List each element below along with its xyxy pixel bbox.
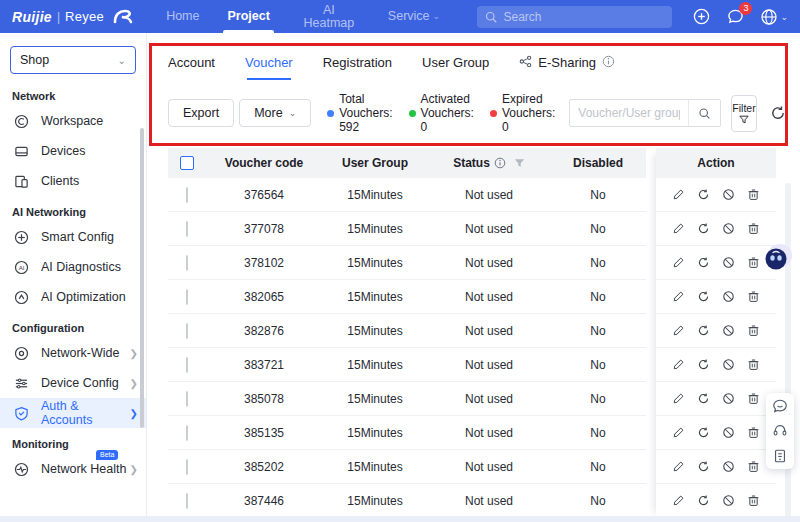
ai-assistant-mascot[interactable]: [760, 240, 796, 274]
nav-service[interactable]: Service ⌄: [374, 0, 454, 33]
ban-icon[interactable]: [722, 358, 736, 372]
row-checkbox[interactable]: [186, 221, 188, 237]
edit-icon[interactable]: [672, 494, 686, 508]
ban-icon[interactable]: [722, 188, 736, 202]
ban-icon[interactable]: [722, 324, 736, 338]
ban-icon[interactable]: [722, 426, 736, 440]
global-search[interactable]: [477, 6, 672, 28]
info-icon[interactable]: [494, 157, 506, 169]
delete-icon[interactable]: [747, 494, 761, 508]
table-row[interactable]: 382065 15Minutes Not used No: [168, 280, 646, 314]
ban-icon[interactable]: [722, 290, 736, 304]
table-row[interactable]: 387446 15Minutes Not used No: [168, 484, 646, 518]
row-checkbox[interactable]: [186, 391, 188, 407]
tab-registration[interactable]: Registration: [323, 55, 392, 80]
delete-icon[interactable]: [747, 392, 761, 406]
table-row[interactable]: 385202 15Minutes Not used No: [168, 450, 646, 484]
ban-icon[interactable]: [722, 460, 736, 474]
row-checkbox[interactable]: [186, 357, 188, 373]
messages-icon[interactable]: 3: [726, 8, 744, 26]
delete-icon[interactable]: [747, 426, 761, 440]
table-row[interactable]: 382876 15Minutes Not used No: [168, 314, 646, 348]
row-checkbox[interactable]: [186, 459, 188, 475]
edit-icon[interactable]: [672, 324, 686, 338]
sidebar-item-ai-optimization[interactable]: AI Optimization: [0, 282, 146, 312]
nav-project[interactable]: Project: [213, 0, 283, 33]
sidebar-item-clients[interactable]: Clients: [0, 166, 146, 196]
table-row[interactable]: 385135 15Minutes Not used No: [168, 416, 646, 450]
edit-icon[interactable]: [672, 256, 686, 270]
row-checkbox[interactable]: [186, 255, 188, 271]
status-filter-funnel-icon[interactable]: [514, 158, 525, 168]
plus-circle-icon[interactable]: [692, 8, 710, 26]
nav-home[interactable]: Home: [152, 0, 213, 33]
renew-icon[interactable]: [697, 324, 711, 338]
table-row[interactable]: 383721 15Minutes Not used No: [168, 348, 646, 382]
tab-user-group[interactable]: User Group: [422, 55, 489, 80]
row-checkbox[interactable]: [186, 493, 188, 509]
sidebar-item-smart-config[interactable]: Smart Config: [0, 222, 146, 252]
renew-icon[interactable]: [697, 392, 711, 406]
sidebar-item-network-wide[interactable]: Network-Wide ❯: [0, 338, 146, 368]
tab-e-sharing[interactable]: E-Sharing: [519, 55, 615, 80]
voucher-search-input[interactable]: [570, 106, 688, 120]
sidebar-item-auth-accounts[interactable]: Auth & Accounts ❯: [0, 398, 146, 428]
renew-icon[interactable]: [697, 222, 711, 236]
sidebar-item-network-health[interactable]: Network Health Beta ❯: [0, 454, 146, 484]
edit-icon[interactable]: [672, 222, 686, 236]
delete-icon[interactable]: [747, 188, 761, 202]
sidebar-item-ai-diagnostics[interactable]: AI AI Diagnostics: [0, 252, 146, 282]
survey-doc-icon[interactable]: [772, 448, 788, 464]
edit-icon[interactable]: [672, 460, 686, 474]
renew-icon[interactable]: [697, 460, 711, 474]
edit-icon[interactable]: [672, 392, 686, 406]
language-selector[interactable]: ⌄: [760, 8, 788, 26]
edit-icon[interactable]: [672, 188, 686, 202]
search-icon[interactable]: [688, 100, 720, 126]
edit-icon[interactable]: [672, 358, 686, 372]
table-row[interactable]: 378102 15Minutes Not used No: [168, 246, 646, 280]
edit-icon[interactable]: [672, 426, 686, 440]
delete-icon[interactable]: [747, 460, 761, 474]
renew-icon[interactable]: [697, 290, 711, 304]
support-headset-icon[interactable]: [772, 423, 788, 439]
renew-icon[interactable]: [697, 426, 711, 440]
delete-icon[interactable]: [747, 358, 761, 372]
table-scrollbar[interactable]: [785, 183, 791, 522]
table-row[interactable]: 376564 15Minutes Not used No: [168, 178, 646, 212]
sidebar-item-devices[interactable]: Devices: [0, 136, 146, 166]
feedback-icon[interactable]: [772, 398, 788, 414]
renew-icon[interactable]: [697, 256, 711, 270]
nav-ai-heatmap[interactable]: AI Heatmap: [284, 0, 374, 33]
renew-icon[interactable]: [697, 358, 711, 372]
ban-icon[interactable]: [722, 494, 736, 508]
delete-icon[interactable]: [747, 256, 761, 270]
ban-icon[interactable]: [722, 392, 736, 406]
delete-icon[interactable]: [747, 290, 761, 304]
sidebar-item-workspace[interactable]: Workspace: [0, 106, 146, 136]
renew-icon[interactable]: [697, 494, 711, 508]
row-checkbox[interactable]: [186, 323, 188, 339]
row-checkbox[interactable]: [186, 187, 188, 203]
export-button[interactable]: Export: [168, 99, 234, 127]
ban-icon[interactable]: [722, 256, 736, 270]
more-button[interactable]: More ⌄: [239, 99, 311, 127]
tab-voucher[interactable]: Voucher: [245, 55, 293, 80]
refresh-icon[interactable]: [770, 105, 787, 122]
filter-button[interactable]: Filter: [731, 95, 756, 132]
table-row[interactable]: 385078 15Minutes Not used No: [168, 382, 646, 416]
delete-icon[interactable]: [747, 324, 761, 338]
table-row[interactable]: 377078 15Minutes Not used No: [168, 212, 646, 246]
sidebar-item-device-config[interactable]: Device Config ❯: [0, 368, 146, 398]
tab-account[interactable]: Account: [168, 55, 215, 80]
select-all-checkbox[interactable]: [180, 156, 194, 170]
row-checkbox[interactable]: [186, 289, 188, 305]
renew-icon[interactable]: [697, 188, 711, 202]
global-search-input[interactable]: [503, 10, 664, 24]
delete-icon[interactable]: [747, 222, 761, 236]
scope-select[interactable]: Shop ⌄: [10, 46, 136, 74]
ban-icon[interactable]: [722, 222, 736, 236]
edit-icon[interactable]: [672, 290, 686, 304]
sidebar-scrollbar[interactable]: [140, 128, 144, 428]
row-checkbox[interactable]: [186, 425, 188, 441]
